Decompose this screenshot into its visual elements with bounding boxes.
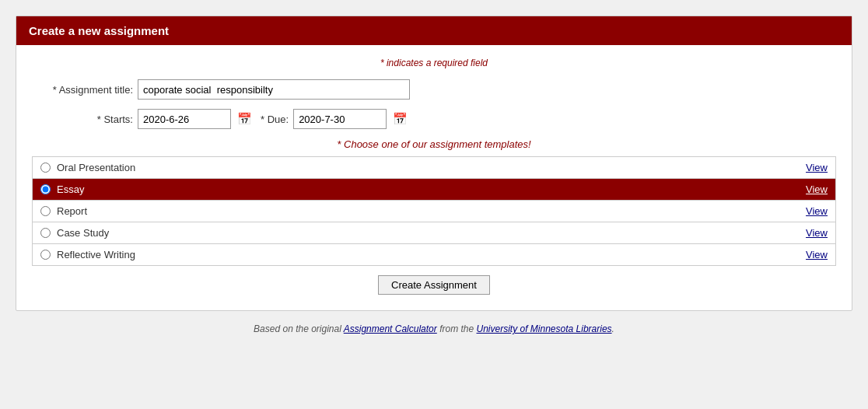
required-note-text: * indicates a required field [380, 58, 488, 68]
footer: Based on the original Assignment Calcula… [16, 323, 852, 334]
template-view-link[interactable]: View [806, 162, 828, 173]
footer-middle: from the [437, 323, 477, 334]
dates-row: * Starts: 📅 * Due: 📅 [32, 109, 836, 129]
template-radio-tpl_report[interactable] [40, 206, 51, 216]
submit-row: Create Assignment [32, 275, 836, 295]
due-label: * Due: [261, 114, 289, 125]
due-date-input[interactable] [293, 109, 387, 129]
template-list: Oral PresentationViewEssayViewReportView… [32, 156, 836, 266]
template-view-link[interactable]: View [806, 227, 828, 239]
template-name: Case Study [57, 227, 806, 239]
assignment-calculator-link[interactable]: Assignment Calculator [344, 323, 437, 334]
starts-label: * Starts: [32, 114, 133, 125]
template-name: Reflective Writing [57, 249, 806, 260]
umn-libraries-link[interactable]: University of Minnesota Libraries [476, 323, 611, 334]
form-body: * indicates a required field * Assignmen… [16, 45, 852, 310]
form-container: Create a new assignment * indicates a re… [16, 16, 852, 311]
template-row: ReportView [33, 201, 835, 222]
assignment-title-row: * Assignment title: [32, 79, 836, 100]
assignment-title-label: * Assignment title: [32, 84, 133, 96]
template-name: Essay [57, 184, 806, 195]
starts-date-input[interactable] [138, 109, 231, 129]
template-view-link[interactable]: View [806, 205, 828, 217]
template-view-link[interactable]: View [806, 249, 828, 260]
page-wrapper: Create a new assignment * indicates a re… [16, 16, 852, 334]
template-radio-tpl_oral[interactable] [40, 163, 51, 173]
template-radio-tpl_essay[interactable] [40, 184, 51, 194]
template-row: Reflective WritingView [33, 244, 835, 265]
required-note: * indicates a required field [32, 58, 836, 68]
template-section: * Choose one of our assignment templates… [32, 138, 836, 266]
assignment-title-input[interactable] [138, 79, 410, 100]
starts-calendar-icon[interactable]: 📅 [236, 110, 253, 128]
template-radio-tpl_case[interactable] [40, 228, 51, 238]
footer-suffix: . [612, 323, 614, 334]
template-row: Oral PresentationView [33, 157, 835, 179]
form-title: Create a new assignment [29, 24, 169, 37]
template-row: EssayView [33, 179, 835, 201]
template-row: Case StudyView [33, 222, 835, 244]
footer-prefix: Based on the original [254, 323, 344, 334]
create-assignment-button[interactable]: Create Assignment [378, 275, 490, 295]
template-view-link[interactable]: View [806, 184, 828, 195]
template-radio-tpl_reflective[interactable] [40, 250, 51, 260]
template-name: Oral Presentation [57, 162, 806, 173]
due-calendar-icon[interactable]: 📅 [391, 110, 408, 128]
template-prompt: * Choose one of our assignment templates… [32, 138, 836, 150]
form-header: Create a new assignment [16, 16, 852, 45]
template-name: Report [57, 205, 806, 217]
